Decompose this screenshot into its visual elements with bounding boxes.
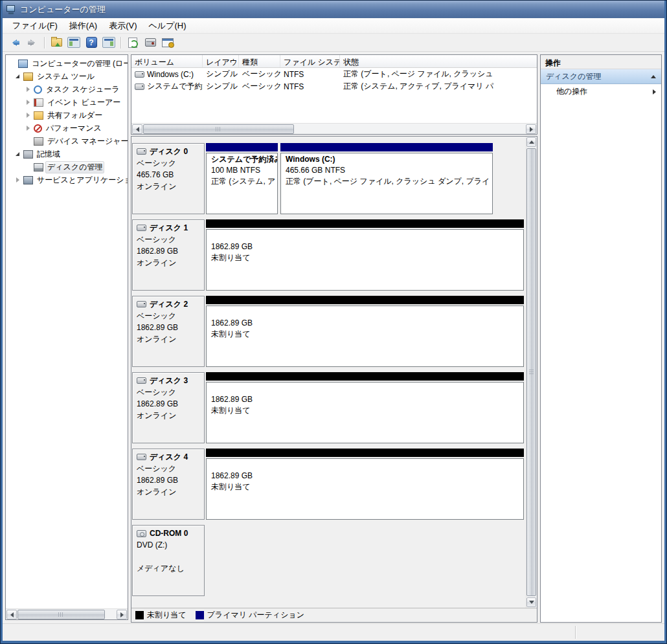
disk-info-line: 1862.89 GB	[137, 474, 200, 486]
disk-name-line: ディスク 2	[137, 298, 200, 310]
disk-graphical-view-panel: ディスク 0ベーシック465.76 GBオンラインシステムで予約済み100 MB…	[131, 136, 537, 623]
tree-item-9[interactable]: サービスとアプリケーション	[6, 173, 128, 186]
disk-view-vertical-scrollbar[interactable]	[526, 137, 537, 608]
disk-name-line: ディスク 1	[137, 222, 200, 234]
column-header-4[interactable]: 状態	[340, 55, 537, 67]
menu-item-2[interactable]: 表示(V)	[103, 18, 142, 34]
volume-cell: NTFS	[280, 70, 340, 79]
menu-item-3[interactable]: ヘルプ(H)	[143, 18, 192, 34]
expander-expanded-icon[interactable]	[14, 152, 21, 156]
volume-row-0[interactable]: Windows (C:)シンプルベーシックNTFS正常 (ブート, ページ ファ…	[131, 68, 537, 80]
partition-label: Windows (C:)	[286, 154, 488, 165]
column-header-0[interactable]: ボリューム	[131, 55, 203, 67]
tree-item-8[interactable]: ディスクの管理	[6, 161, 128, 173]
disk-name: ディスク 3	[150, 375, 188, 386]
rescan-disks-button[interactable]	[142, 35, 158, 50]
scroll-left-button[interactable]	[6, 610, 17, 619]
unallocated-region[interactable]: 1862.89 GB未割り当て	[206, 372, 524, 443]
unallocated-region[interactable]: 1862.89 GB未割り当て	[206, 296, 524, 367]
event-viewer-icon	[34, 98, 43, 107]
disk-header-box[interactable]: ディスク 0ベーシック465.76 GBオンライン	[132, 143, 205, 214]
disk-info-line: オンライン	[137, 410, 200, 421]
disk-header-box[interactable]: ディスク 2ベーシック1862.89 GBオンライン	[132, 296, 205, 367]
up-folder-button[interactable]	[49, 35, 64, 50]
refresh-button[interactable]	[125, 35, 141, 50]
tree-item-3[interactable]: イベント ビューアー	[6, 96, 128, 109]
scroll-right-button[interactable]	[526, 124, 536, 134]
help-button[interactable]: ?	[84, 35, 99, 50]
unallocated-region[interactable]: 1862.89 GB未割り当て	[206, 219, 524, 291]
actions-group-disk-management[interactable]: ディスクの管理	[541, 69, 661, 84]
volume-row-1[interactable]: システムで予約済みシンプルベーシックNTFS正常 (システム, アクティブ, プ…	[131, 80, 537, 93]
disk-name-line: ディスク 4	[137, 451, 200, 463]
scroll-down-button[interactable]	[526, 597, 536, 607]
scroll-thumb[interactable]	[143, 124, 294, 134]
collapse-icon[interactable]	[651, 75, 656, 78]
disk-name: ディスク 1	[150, 223, 188, 234]
menu-item-0[interactable]: ファイル(F)	[6, 18, 63, 34]
back-arrow-button[interactable]	[7, 35, 23, 50]
task-scheduler-icon	[34, 85, 42, 94]
disk-header-box[interactable]: ディスク 4ベーシック1862.89 GBオンライン	[132, 449, 205, 520]
disk-info-line: ベーシック	[137, 386, 200, 398]
volume-cell: シンプル	[203, 69, 239, 80]
tree-item-7[interactable]: 記憶域	[6, 148, 128, 161]
cdrom-header-box[interactable]: CD-ROM 0DVD (Z:)メディアなし	[132, 525, 205, 596]
disk-header-box[interactable]: ディスク 1ベーシック1862.89 GBオンライン	[132, 219, 205, 291]
forward-arrow-button[interactable]	[25, 35, 40, 50]
more-actions-item[interactable]: 他の操作	[541, 84, 661, 99]
show-console-tree-button[interactable]	[66, 35, 82, 50]
column-header-2[interactable]: 種類	[239, 55, 280, 67]
disk-partitions: 1862.89 GB未割り当て	[206, 219, 524, 291]
toolbar: ?	[3, 34, 664, 52]
partition-line: 未割り当て	[211, 405, 519, 416]
partition-info-box[interactable]: 1862.89 GB未割り当て	[206, 458, 524, 520]
tree-item-1[interactable]: システム ツール	[6, 70, 128, 83]
expander-collapsed-icon[interactable]	[24, 100, 32, 105]
tree-item-2[interactable]: タスク スケジューラ	[6, 83, 128, 96]
column-header-1[interactable]: レイアウト	[203, 55, 239, 67]
volume-cell: 正常 (ブート, ページ ファイル, クラッシュ	[340, 69, 537, 80]
partition-info-box[interactable]: 1862.89 GB未割り当て	[206, 305, 524, 367]
scroll-right-button[interactable]	[117, 610, 127, 619]
volume-list-horizontal-scrollbar[interactable]	[131, 123, 537, 134]
left-arrow-icon	[10, 612, 14, 617]
scroll-up-button[interactable]	[526, 137, 536, 147]
expander-collapsed-icon[interactable]	[24, 113, 32, 118]
disk-info-line: 465.76 GB	[137, 169, 200, 181]
tree-item-6[interactable]: デバイス マネージャー	[6, 135, 128, 148]
scroll-thumb[interactable]	[17, 610, 105, 619]
partition-info-box[interactable]: 1862.89 GB未割り当て	[206, 382, 524, 443]
volume-list-rows: Windows (C:)シンプルベーシックNTFS正常 (ブート, ページ ファ…	[131, 68, 537, 93]
legend-swatch	[135, 611, 144, 619]
expander-collapsed-icon[interactable]	[24, 87, 32, 92]
tree-item-label: コンピューターの管理 (ローカル)	[30, 58, 128, 70]
partition-info-box[interactable]: 1862.89 GB未割り当て	[206, 229, 524, 291]
partition-region[interactable]: システムで予約済み100 MB NTFS正常 (システム, ア	[206, 143, 278, 214]
partition-region[interactable]: Windows (C:)465.66 GB NTFS正常 (ブート, ページ フ…	[280, 143, 493, 214]
expander-collapsed-icon[interactable]	[14, 177, 21, 183]
tree-item-4[interactable]: 共有フォルダー	[6, 109, 128, 122]
status-bar	[3, 623, 664, 641]
partition-color-bar	[206, 449, 524, 457]
expander-expanded-icon[interactable]	[14, 74, 21, 78]
forward-arrow-icon	[27, 38, 38, 47]
menu-item-1[interactable]: 操作(A)	[63, 18, 103, 34]
disk-header-box[interactable]: ディスク 3ベーシック1862.89 GBオンライン	[132, 372, 205, 443]
partition-info-box[interactable]: Windows (C:)465.66 GB NTFS正常 (ブート, ページ フ…	[280, 153, 493, 214]
console-settings-button[interactable]	[160, 35, 175, 50]
shared-folders-icon	[34, 111, 43, 120]
tree-horizontal-scrollbar[interactable]	[6, 608, 128, 619]
legend-label: プライマリ パーティション	[207, 610, 304, 621]
partition-info-box[interactable]: システムで予約済み100 MB NTFS正常 (システム, ア	[206, 153, 278, 214]
disk-info-line: ベーシック	[137, 157, 200, 169]
unallocated-region[interactable]: 1862.89 GB未割り当て	[206, 449, 524, 520]
column-header-3[interactable]: ファイル システム	[280, 55, 340, 67]
scroll-left-button[interactable]	[132, 124, 142, 134]
tree-item-0[interactable]: コンピューターの管理 (ローカル)	[6, 57, 128, 70]
expander-collapsed-icon[interactable]	[24, 126, 32, 131]
show-action-pane-button[interactable]	[101, 35, 117, 50]
tree-item-5[interactable]: パフォーマンス	[6, 122, 128, 135]
rescan-disks-icon	[145, 38, 156, 47]
scroll-thumb[interactable]	[526, 148, 536, 596]
